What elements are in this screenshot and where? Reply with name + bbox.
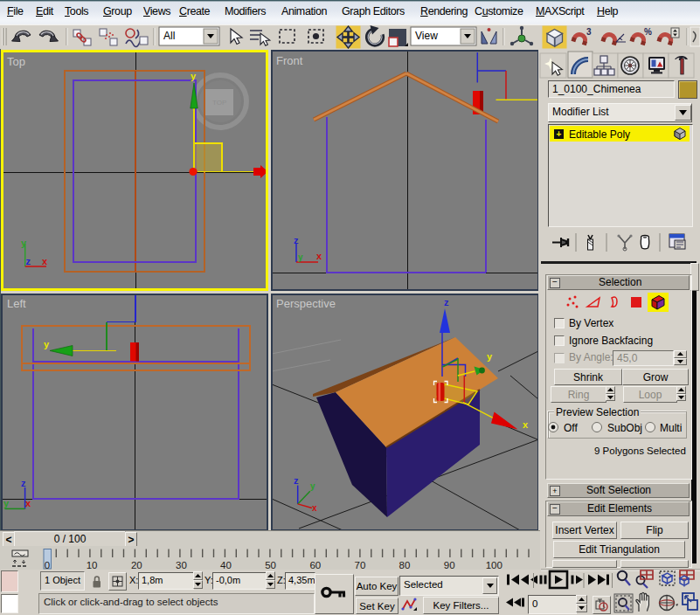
svg-text:Perspective: Perspective (276, 297, 336, 310)
svg-text:TOP: TOP (212, 99, 226, 107)
svg-text:All: All (163, 30, 175, 42)
svg-text:x: x (312, 503, 317, 513)
svg-text:View: View (415, 30, 438, 42)
svg-text:z: z (294, 475, 299, 486)
svg-text:y: y (21, 238, 27, 248)
svg-text:y: y (44, 339, 50, 349)
svg-text:x: x (25, 498, 31, 508)
svg-text:x: x (316, 251, 322, 261)
svg-text:z: z (444, 297, 449, 308)
svg-text:x: x (523, 419, 529, 430)
svg-text:z: z (26, 256, 31, 266)
svg-text:y: y (487, 351, 493, 362)
svg-text:y: y (310, 481, 315, 491)
svg-text:%: % (644, 27, 652, 37)
svg-text:y: y (191, 71, 197, 81)
svg-text:Left: Left (7, 297, 26, 310)
svg-text:Front: Front (276, 54, 303, 67)
svg-text:y: y (298, 252, 303, 262)
svg-text:3: 3 (586, 27, 592, 37)
svg-text:x: x (42, 256, 48, 266)
svg-text:Top: Top (7, 55, 25, 68)
svg-text:y: y (3, 498, 10, 508)
svg-text:z: z (21, 478, 26, 488)
